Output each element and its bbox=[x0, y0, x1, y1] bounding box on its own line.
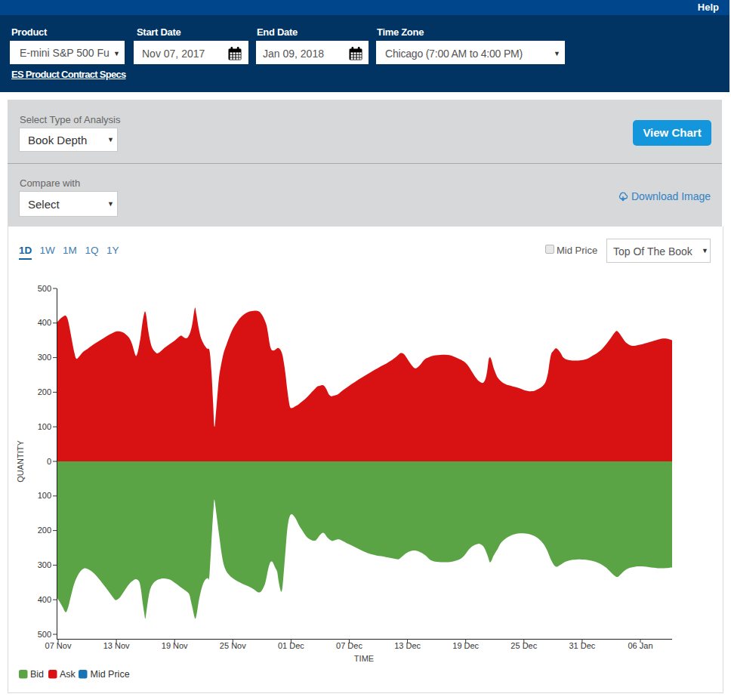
svg-text:01 Dec: 01 Dec bbox=[278, 641, 304, 650]
svg-text:13 Dec: 13 Dec bbox=[394, 641, 421, 650]
svg-text:07 Nov: 07 Nov bbox=[45, 641, 72, 650]
svg-text:200: 200 bbox=[38, 387, 51, 396]
svg-text:19 Dec: 19 Dec bbox=[452, 641, 479, 650]
svg-text:Ask: Ask bbox=[60, 669, 76, 680]
svg-text:100: 100 bbox=[38, 422, 51, 431]
svg-text:Mid Price: Mid Price bbox=[91, 669, 130, 680]
svg-text:500: 500 bbox=[38, 630, 51, 639]
svg-text:13 Nov: 13 Nov bbox=[103, 641, 130, 650]
svg-text:Bid: Bid bbox=[30, 669, 44, 680]
svg-text:31 Dec: 31 Dec bbox=[569, 641, 595, 650]
svg-text:19 Nov: 19 Nov bbox=[162, 641, 188, 650]
svg-text:QUANTITY: QUANTITY bbox=[16, 440, 25, 483]
svg-text:400: 400 bbox=[38, 595, 51, 604]
svg-text:500: 500 bbox=[38, 284, 51, 293]
svg-text:300: 300 bbox=[38, 560, 51, 569]
svg-text:300: 300 bbox=[38, 353, 51, 362]
svg-text:100: 100 bbox=[38, 491, 51, 500]
svg-text:07 Dec: 07 Dec bbox=[336, 641, 362, 650]
svg-text:TIME: TIME bbox=[354, 654, 374, 663]
svg-text:200: 200 bbox=[38, 526, 51, 535]
svg-text:25 Nov: 25 Nov bbox=[220, 641, 246, 650]
svg-text:0: 0 bbox=[47, 457, 51, 466]
svg-text:06 Jan: 06 Jan bbox=[628, 641, 652, 650]
svg-text:25 Dec: 25 Dec bbox=[510, 641, 537, 650]
svg-text:400: 400 bbox=[38, 318, 51, 327]
